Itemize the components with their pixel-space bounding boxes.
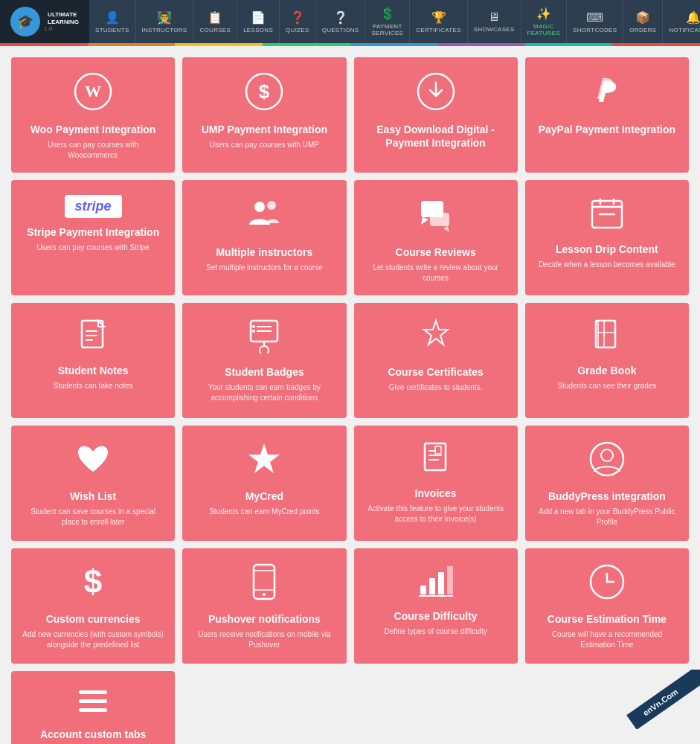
svg-point-6	[267, 201, 276, 210]
nav-showcases[interactable]: 🖥 Showcases	[468, 0, 521, 43]
feature-woo-payment[interactable]: W Woo Payment Integration Users can pay …	[11, 57, 175, 173]
nav-notifications[interactable]: 🔔 Notifications	[663, 0, 700, 43]
dollar-icon: $	[74, 563, 112, 605]
feature-multiple-instructors[interactable]: Multiple instructors Set multiple instru…	[182, 180, 346, 295]
color-bar	[0, 43, 700, 46]
nav-shortcodes[interactable]: ⌨ Shortcodes	[567, 0, 623, 43]
svg-rect-20	[598, 321, 604, 347]
feature-easy-download[interactable]: Easy Download Digital - Payment Integrat…	[354, 57, 518, 173]
feature-buddypress[interactable]: BuddyPress integration Add a new tab in …	[525, 426, 689, 541]
group-icon	[245, 195, 283, 238]
course-reviews-desc: Let students write a review about your c…	[365, 263, 507, 283]
nav-magic-features[interactable]: ✨ Magic Features	[521, 0, 567, 43]
badge-icon	[246, 318, 282, 358]
dollar-circle-icon: $	[245, 72, 283, 115]
feature-grade-book[interactable]: Grade Book Students can see their grades	[525, 303, 689, 418]
svg-rect-36	[79, 708, 107, 712]
course-estimation-title: Course Estimation Time	[548, 612, 667, 626]
certificates-icon: 🏆	[431, 10, 446, 25]
features-grid: W Woo Payment Integration Users can pay …	[11, 57, 689, 664]
easy-download-title: Easy Download Digital - Payment Integrat…	[365, 123, 507, 150]
nav-instructors[interactable]: 👨‍🏫 Instructors	[136, 0, 194, 43]
chat-icon	[417, 195, 455, 238]
course-difficulty-title: Course Difficulty	[394, 609, 478, 623]
ump-payment-title: UMP Payment Integration	[202, 123, 327, 136]
lessons-icon: 📄	[251, 10, 266, 25]
student-badges-title: Student Badges	[225, 365, 304, 379]
wish-list-title: Wish List	[70, 490, 116, 503]
notifications-label: Notifications	[669, 27, 700, 33]
course-difficulty-desc: Define types of course difficulty	[385, 626, 487, 637]
bar-chart-icon	[417, 563, 455, 602]
nav-certificates[interactable]: 🏆 Certificates	[410, 0, 468, 43]
feature-course-certificates[interactable]: Course Certificates Give certificates to…	[354, 303, 518, 418]
grade-book-title: Grade Book	[577, 364, 636, 377]
svg-rect-19	[596, 321, 615, 347]
feature-account-tabs[interactable]: Account custom tabs Create and reorder a…	[11, 671, 175, 744]
feature-course-estimation[interactable]: Course Estimation Time Course will have …	[525, 548, 689, 664]
star-icon	[245, 440, 283, 482]
account-tabs-title: Account custom tabs	[40, 728, 146, 741]
nav-lessons[interactable]: 📄 Lessons	[237, 0, 280, 43]
svg-point-5	[254, 202, 265, 212]
invoices-title: Invoices	[415, 487, 457, 500]
students-icon: 👤	[105, 10, 120, 25]
feature-mycred[interactable]: MyCred Students can earn MyCred points	[182, 426, 346, 541]
nav-orders[interactable]: 📦 Orders	[623, 0, 663, 43]
questions-icon: ❔	[333, 10, 348, 25]
nav-questions[interactable]: ❔ Questions	[316, 0, 366, 43]
svg-rect-30	[429, 578, 435, 594]
nav-students[interactable]: 👤 Students	[89, 0, 136, 43]
multiple-instructors-title: Multiple instructors	[216, 246, 312, 259]
nav-quizes[interactable]: ❓ Quizes	[280, 0, 316, 43]
course-certificates-title: Course Certificates	[388, 365, 483, 379]
lessons-label: Lessons	[243, 27, 273, 33]
feature-course-difficulty[interactable]: Course Difficulty Define types of course…	[354, 548, 518, 664]
custom-currencies-title: Custom currencies	[46, 612, 141, 626]
courses-icon: 📋	[208, 10, 222, 25]
stripe-payment-desc: Users can pay courses with Stripe	[37, 243, 150, 253]
feature-ump-payment[interactable]: $ UMP Payment Integration Users can pay …	[182, 57, 346, 173]
top-navigation: 🎓 ULTIMATELEARNING 1.0 👤 Students 👨‍🏫 In…	[0, 0, 700, 46]
feature-stripe-payment[interactable]: stripe Stripe Payment Integration Users …	[11, 180, 175, 295]
feature-invoices[interactable]: Invoices Activate this feature to give y…	[354, 426, 518, 541]
stripe-payment-title: Stripe Payment Integration	[27, 225, 159, 239]
buddypress-title: BuddyPress integration	[548, 490, 666, 503]
feature-wish-list[interactable]: Wish List Student can save courses in a …	[11, 426, 175, 541]
svg-marker-21	[248, 443, 280, 473]
feature-paypal[interactable]: PayPal Payment Integration	[525, 57, 689, 173]
svg-rect-34	[79, 690, 107, 694]
shortcodes-icon: ⌨	[586, 10, 603, 25]
stripe-logo: stripe	[65, 195, 122, 218]
magic-features-icon: ✨	[536, 7, 551, 21]
svg-text:$: $	[84, 563, 102, 600]
multiple-instructors-desc: Set multiple instructors for a course	[206, 263, 323, 273]
paypal-icon	[588, 72, 626, 115]
custom-currencies-desc: Add new currencies (with custom symbols)…	[22, 629, 164, 650]
book-icon	[590, 318, 624, 356]
logo-icon: 🎓	[10, 7, 40, 36]
main-content: W Woo Payment Integration Users can pay …	[0, 46, 700, 744]
svg-rect-32	[447, 566, 453, 594]
feature-custom-currencies[interactable]: $ Custom currencies Add new currencies (…	[11, 548, 175, 664]
feature-lesson-drip[interactable]: Lesson Drip Content Decide when a lesson…	[525, 180, 689, 295]
svg-point-24	[591, 443, 623, 475]
questions-label: Questions	[322, 27, 359, 33]
student-badges-desc: Your students can earn badges by accompl…	[193, 382, 335, 403]
courses-label: Courses	[199, 27, 231, 33]
shortcodes-label: Shortcodes	[573, 27, 617, 33]
calendar-icon	[589, 195, 625, 235]
feature-pushover[interactable]: Pushover notifications Users receive not…	[182, 548, 346, 664]
payment-services-label: Payment Services	[371, 23, 403, 36]
instructors-label: Instructors	[142, 27, 187, 33]
feature-student-badges[interactable]: Student Badges Your students can earn ba…	[182, 303, 346, 418]
nav-payment-services[interactable]: 💲 Payment Services	[365, 0, 410, 43]
feature-student-notes[interactable]: Student Notes Students can take notes	[11, 303, 175, 418]
student-notes-desc: Students can take notes	[53, 381, 132, 391]
student-notes-title: Student Notes	[58, 364, 129, 377]
invoice-icon	[419, 440, 453, 479]
mycred-desc: Students can earn MyCred points	[209, 507, 319, 517]
nav-courses[interactable]: 📋 Courses	[193, 0, 237, 43]
svg-point-25	[601, 449, 613, 461]
feature-course-reviews[interactable]: Course Reviews Let students write a revi…	[354, 180, 518, 295]
